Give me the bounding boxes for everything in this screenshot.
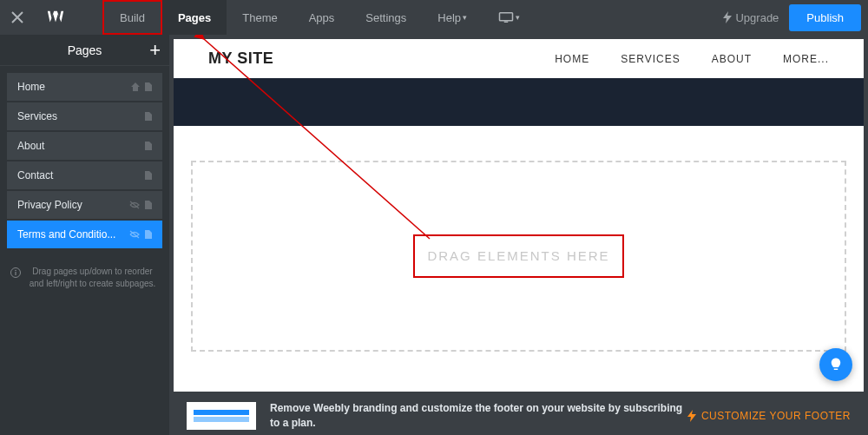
page-item-privacy[interactable]: Privacy Policy bbox=[7, 191, 162, 219]
topbar-left-group: Build Pages Theme Apps Settings Help▾ ▾ bbox=[0, 0, 536, 35]
page-icon bbox=[145, 112, 152, 121]
menu-theme[interactable]: Theme bbox=[227, 0, 293, 35]
page-item-contact[interactable]: Contact bbox=[7, 161, 162, 189]
page-item-label: Terms and Conditio... bbox=[17, 228, 115, 241]
page-item-label: Home bbox=[17, 81, 45, 93]
top-toolbar: Build Pages Theme Apps Settings Help▾ ▾ … bbox=[0, 0, 868, 35]
site-nav-home[interactable]: HOME bbox=[555, 53, 589, 65]
footer-promo-text: Remove Weebly branding and customize the… bbox=[270, 401, 687, 431]
page-item-icons bbox=[145, 171, 152, 180]
hero-section[interactable] bbox=[174, 78, 864, 126]
page-icon bbox=[145, 82, 152, 91]
site-preview-canvas: MY SITE HOME SERVICES ABOUT MORE... DRAG… bbox=[174, 39, 864, 392]
topbar-right-group: Upgrade Publish bbox=[723, 4, 868, 31]
page-item-services[interactable]: Services bbox=[7, 102, 162, 130]
site-nav-services[interactable]: SERVICES bbox=[621, 53, 680, 65]
publish-button[interactable]: Publish bbox=[789, 4, 861, 31]
close-button[interactable] bbox=[0, 0, 35, 35]
footer-preview-thumb bbox=[187, 402, 256, 430]
publish-label: Publish bbox=[806, 11, 844, 24]
page-item-about[interactable]: About bbox=[7, 132, 162, 160]
main-layout: Pages + Home Services About bbox=[0, 35, 868, 435]
page-item-icons bbox=[145, 112, 152, 121]
site-nav-more[interactable]: MORE... bbox=[783, 53, 829, 65]
hidden-icon bbox=[129, 230, 140, 239]
menu-help-label: Help bbox=[437, 11, 461, 24]
page-list: Home Services About Contact bbox=[0, 66, 169, 257]
page-item-icons bbox=[131, 82, 152, 91]
lightbulb-icon bbox=[828, 357, 844, 372]
svg-rect-0 bbox=[500, 13, 513, 21]
site-title[interactable]: MY SITE bbox=[208, 49, 273, 68]
menu-apps[interactable]: Apps bbox=[293, 0, 351, 35]
chevron-down-icon: ▾ bbox=[463, 13, 467, 22]
page-icon bbox=[145, 201, 152, 209]
lightning-icon bbox=[687, 410, 696, 422]
sidebar-header: Pages + bbox=[0, 35, 169, 66]
site-nav-about[interactable]: ABOUT bbox=[712, 53, 752, 65]
menu-pages[interactable]: Pages bbox=[162, 0, 227, 35]
page-item-label: Privacy Policy bbox=[17, 199, 82, 211]
site-header: MY SITE HOME SERVICES ABOUT MORE... bbox=[174, 39, 864, 78]
page-item-label: Services bbox=[17, 110, 57, 122]
menu-settings[interactable]: Settings bbox=[350, 0, 422, 35]
sidebar-hint-text: Drag pages up/down to reorder and left/r… bbox=[26, 266, 159, 290]
info-icon bbox=[10, 267, 21, 278]
customize-footer-label: CUSTOMIZE YOUR FOOTER bbox=[701, 410, 851, 422]
site-nav: HOME SERVICES ABOUT MORE... bbox=[555, 53, 829, 65]
page-item-icons bbox=[145, 142, 152, 150]
menu-build-label: Build bbox=[120, 11, 145, 24]
chevron-down-icon: ▾ bbox=[516, 13, 520, 22]
home-icon bbox=[131, 82, 140, 91]
svg-rect-4 bbox=[15, 272, 16, 275]
thumb-bar bbox=[194, 410, 249, 415]
page-item-home[interactable]: Home bbox=[7, 73, 162, 101]
page-item-terms[interactable]: Terms and Conditio... bbox=[7, 221, 162, 248]
menu-help[interactable]: Help▾ bbox=[422, 0, 483, 35]
page-item-label: Contact bbox=[17, 169, 53, 181]
customize-footer-link[interactable]: CUSTOMIZE YOUR FOOTER bbox=[687, 410, 851, 422]
sidebar-title: Pages bbox=[68, 43, 102, 57]
page-icon bbox=[145, 142, 152, 150]
drop-zone-container: DRAG ELEMENTS HERE bbox=[174, 126, 864, 386]
menu-apps-label: Apps bbox=[309, 11, 335, 24]
page-item-icons bbox=[129, 230, 152, 239]
menu-pages-label: Pages bbox=[178, 11, 211, 24]
menu-theme-label: Theme bbox=[242, 11, 277, 24]
hidden-icon bbox=[129, 201, 140, 209]
sidebar-hint: Drag pages up/down to reorder and left/r… bbox=[0, 257, 169, 299]
footer-upgrade-banner: Remove Weebly branding and customize the… bbox=[169, 396, 868, 435]
editor-canvas-area: MY SITE HOME SERVICES ABOUT MORE... DRAG… bbox=[169, 35, 868, 435]
page-icon bbox=[145, 230, 152, 239]
upgrade-label: Upgrade bbox=[735, 11, 779, 24]
lightning-icon bbox=[723, 11, 732, 23]
thumb-bar bbox=[194, 417, 249, 422]
desktop-icon bbox=[498, 11, 514, 23]
drop-zone-text: DRAG ELEMENTS HERE bbox=[427, 248, 609, 263]
pages-sidebar: Pages + Home Services About bbox=[0, 35, 169, 435]
annotation-highlight-box: DRAG ELEMENTS HERE bbox=[413, 234, 623, 278]
page-item-icons bbox=[129, 201, 152, 209]
main-menu: Build Pages Theme Apps Settings Help▾ ▾ bbox=[102, 0, 536, 35]
drop-zone[interactable]: DRAG ELEMENTS HERE bbox=[191, 161, 846, 352]
menu-settings-label: Settings bbox=[365, 11, 406, 24]
weebly-logo[interactable] bbox=[35, 0, 76, 35]
menu-build[interactable]: Build bbox=[102, 0, 162, 35]
device-preview-toggle[interactable]: ▾ bbox=[483, 0, 536, 35]
page-icon bbox=[145, 171, 152, 180]
help-fab[interactable] bbox=[819, 348, 852, 381]
upgrade-link[interactable]: Upgrade bbox=[723, 11, 779, 24]
add-page-button[interactable]: + bbox=[149, 39, 161, 62]
svg-point-3 bbox=[15, 270, 16, 272]
page-item-label: About bbox=[17, 140, 44, 152]
svg-rect-1 bbox=[504, 22, 509, 23]
